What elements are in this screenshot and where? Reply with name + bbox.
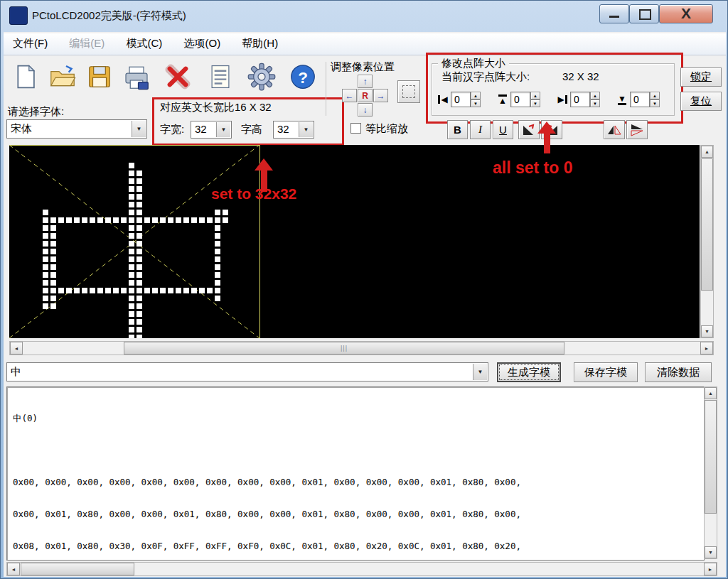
flip-horizontal-button[interactable] bbox=[604, 120, 625, 139]
edge-top-icon: ▲ bbox=[496, 91, 510, 108]
spin-up-button[interactable]: ▲ bbox=[590, 92, 600, 99]
export-printer-icon bbox=[122, 63, 151, 91]
vscroll-thumb[interactable] bbox=[701, 158, 713, 291]
menu-mode[interactable]: 模式(C) bbox=[117, 33, 172, 54]
svg-text:?: ? bbox=[298, 69, 308, 87]
annotation-all-zero: all set to 0 bbox=[493, 158, 572, 178]
dot-grid bbox=[9, 145, 700, 338]
left-edge-value[interactable]: 0 bbox=[451, 92, 471, 107]
char-height-combo[interactable]: 32 ▼ bbox=[273, 121, 314, 139]
chevron-down-icon[interactable]: ▼ bbox=[473, 364, 487, 380]
move-right-button[interactable]: → bbox=[373, 89, 388, 102]
help-button[interactable]: ? bbox=[287, 60, 319, 93]
new-document-button[interactable] bbox=[9, 60, 42, 93]
arrow-down-icon: ↓ bbox=[363, 105, 368, 115]
dot-matrix-canvas[interactable] bbox=[9, 145, 700, 338]
chevron-down-icon[interactable]: ▼ bbox=[299, 122, 313, 137]
vscroll-thumb[interactable] bbox=[705, 400, 717, 514]
spin-down-button[interactable]: ▼ bbox=[530, 99, 540, 107]
close-button[interactable]: X bbox=[659, 4, 713, 23]
menu-edit: 编辑(E) bbox=[60, 33, 114, 54]
selection-frame-button[interactable] bbox=[397, 80, 420, 103]
delete-x-icon bbox=[164, 63, 192, 91]
char-height-value: 32 bbox=[277, 123, 289, 135]
hex-line: 0x00, 0x00, 0x00, 0x00, 0x00, 0x00, 0x00… bbox=[13, 477, 578, 487]
char-height-label: 字高 bbox=[241, 123, 262, 136]
right-edge-value[interactable]: 0 bbox=[570, 92, 590, 107]
italic-button[interactable]: I bbox=[470, 120, 491, 139]
scroll-down-button[interactable]: ▼ bbox=[705, 546, 717, 558]
hscroll-thumb[interactable]: ||| bbox=[124, 342, 564, 355]
edge-right-icon: ▶ bbox=[555, 91, 569, 108]
spin-down-button[interactable]: ▼ bbox=[471, 99, 481, 107]
save-floppy-icon bbox=[86, 63, 113, 90]
annotation-arrow-zero bbox=[537, 121, 556, 153]
spin-down-button[interactable]: ▼ bbox=[650, 99, 660, 107]
scroll-up-button[interactable]: ▲ bbox=[701, 146, 713, 158]
reset-button[interactable]: 复位 bbox=[680, 92, 722, 111]
reset-position-button[interactable]: R bbox=[358, 89, 373, 102]
output-vscrollbar[interactable]: ▲ ▼ bbox=[704, 386, 717, 559]
menu-file[interactable]: 文件(F) bbox=[4, 33, 57, 54]
edge-left-icon: ◀ bbox=[436, 91, 450, 108]
font-combo[interactable]: 宋体 ▼ bbox=[6, 119, 147, 139]
bottom-edge-value[interactable]: 0 bbox=[630, 92, 650, 107]
scale-checkbox[interactable] bbox=[350, 123, 361, 134]
dashed-frame-icon bbox=[402, 85, 415, 98]
spin-up-button[interactable]: ▲ bbox=[650, 92, 660, 99]
save-font-button[interactable]: 保存字模 bbox=[574, 362, 638, 382]
report-button[interactable] bbox=[204, 60, 237, 93]
move-up-button[interactable]: ↑ bbox=[358, 75, 373, 88]
open-button[interactable] bbox=[46, 60, 79, 93]
font-select-label: 请选择字体: bbox=[8, 105, 64, 119]
export-button[interactable] bbox=[120, 60, 153, 93]
flip-horizontal-icon bbox=[607, 124, 621, 136]
canvas-vscrollbar[interactable]: ▲ ▼ bbox=[700, 145, 714, 338]
top-edge-value[interactable]: 0 bbox=[510, 92, 530, 107]
chevron-down-icon[interactable]: ▼ bbox=[132, 121, 146, 137]
char-input-combo[interactable]: 中 ▼ bbox=[6, 362, 488, 382]
generate-button[interactable]: 生成字模 bbox=[497, 362, 561, 382]
scroll-right-button[interactable]: ► bbox=[704, 563, 717, 575]
char-width-combo[interactable]: 32 ▼ bbox=[191, 121, 232, 139]
new-document-icon bbox=[12, 63, 39, 90]
current-matrix-label: 当前汉字点阵大小: bbox=[441, 70, 530, 84]
minimize-button[interactable] bbox=[599, 4, 629, 23]
scroll-up-button[interactable]: ▲ bbox=[705, 387, 717, 399]
scroll-left-button[interactable]: ◄ bbox=[10, 342, 23, 355]
save-button[interactable] bbox=[83, 60, 116, 93]
reset-position-label: R bbox=[362, 91, 368, 101]
chevron-down-icon[interactable]: ▼ bbox=[216, 122, 230, 137]
spin-down-button[interactable]: ▼ bbox=[590, 99, 600, 107]
rotate-left-button[interactable] bbox=[518, 120, 540, 139]
scroll-right-button[interactable]: ► bbox=[700, 342, 713, 355]
bold-button[interactable]: B bbox=[447, 120, 468, 139]
menu-options[interactable]: 选项(O) bbox=[175, 33, 230, 54]
maximize-button[interactable] bbox=[629, 4, 659, 23]
ratio-label: 对应英文长宽比16 X 32 bbox=[160, 101, 272, 114]
spin-up-button[interactable]: ▲ bbox=[530, 92, 540, 99]
menu-help[interactable]: 帮助(H) bbox=[232, 33, 287, 54]
toolbar-divider bbox=[326, 62, 326, 116]
output-hscrollbar[interactable]: ◄ ► bbox=[6, 562, 717, 576]
hex-line: 0x00, 0x01, 0x80, 0x00, 0x00, 0x01, 0x80… bbox=[13, 509, 578, 519]
flip-vertical-button[interactable] bbox=[626, 120, 648, 139]
spin-up-button[interactable]: ▲ bbox=[471, 92, 481, 99]
lock-button[interactable]: 锁定 bbox=[680, 67, 722, 87]
pixel-position-title: 调整像素位置 bbox=[331, 60, 395, 74]
report-document-icon bbox=[207, 63, 234, 90]
clear-data-button[interactable]: 清除数据 bbox=[645, 362, 712, 382]
delete-button[interactable] bbox=[161, 60, 194, 93]
canvas-hscrollbar[interactable]: ◄ ||| ► bbox=[9, 341, 714, 355]
hex-output-area[interactable]: 中(0) 0x00, 0x00, 0x00, 0x00, 0x00, 0x00,… bbox=[6, 386, 705, 561]
underline-button[interactable]: U bbox=[493, 120, 513, 139]
scroll-down-button[interactable]: ▼ bbox=[701, 325, 713, 337]
move-down-button[interactable]: ↓ bbox=[358, 103, 373, 117]
scroll-left-button[interactable]: ◄ bbox=[7, 563, 20, 575]
arrow-up-icon: ↑ bbox=[363, 77, 368, 87]
window-title: PCtoLCD2002完美版-(字符模式) bbox=[32, 9, 186, 23]
settings-button[interactable] bbox=[245, 60, 278, 93]
minimize-icon bbox=[609, 16, 619, 18]
hscroll-thumb[interactable] bbox=[21, 563, 134, 575]
move-left-button[interactable]: ← bbox=[342, 89, 357, 102]
